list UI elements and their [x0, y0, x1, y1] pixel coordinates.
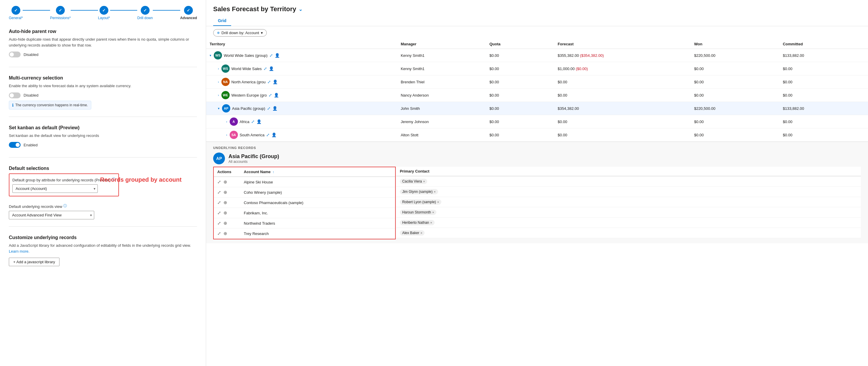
view-field: Default underlying records view ⓘ Accoun… [9, 204, 197, 219]
account-name-cell: Alpine Ski House [240, 177, 395, 187]
forecast-cell: $0.00 [554, 75, 691, 89]
manager-cell: John Smith [397, 102, 486, 115]
user-icon[interactable]: 👤 [273, 80, 278, 84]
group-attribute-highlight-box: Default group by attribute for underlyin… [9, 174, 119, 196]
contact-remove-icon[interactable]: × [434, 190, 435, 193]
territory-cell: ▾ WS World Wide Sales (group) ⤢ 👤 [206, 49, 397, 62]
share-icon[interactable]: ⤢ [266, 132, 270, 137]
more-icon[interactable]: ⊕ [223, 200, 227, 205]
user-icon[interactable]: 👤 [272, 106, 277, 111]
more-icon[interactable]: ⊕ [223, 231, 227, 236]
account-name-cell: Contoso Pharmaceuticals (sample) [240, 197, 395, 208]
contact-remove-icon[interactable]: × [421, 231, 422, 235]
tab-grid[interactable]: Grid [213, 16, 231, 26]
row-actions-cell: ⤢ ⊕ [214, 218, 240, 228]
primary-contact-cell: Robert Lyon (sample) × [396, 197, 861, 207]
step-drilldown[interactable]: ✓ Drill down [137, 6, 153, 20]
drill-down-chevron-icon: ▾ [261, 31, 263, 35]
expand-icon[interactable]: › [218, 67, 219, 70]
open-icon[interactable]: ⤢ [217, 231, 221, 236]
add-javascript-button[interactable]: + Add a javascript library [9, 257, 60, 266]
drill-down-button[interactable]: ⊕ Drill down by: Account ▾ [213, 29, 267, 36]
group-attribute-info-icon[interactable]: ⓘ [112, 177, 116, 182]
open-icon[interactable]: ⤢ [217, 200, 221, 205]
expand-icon[interactable]: › [218, 93, 219, 97]
share-icon[interactable]: ⤢ [267, 80, 271, 84]
customize-title: Customize underlying records [9, 235, 197, 240]
expand-icon[interactable]: ▾ [218, 106, 220, 111]
contact-tag: Haroun Stormonth × [400, 210, 437, 215]
view-select[interactable]: Account Advanced Find View [9, 211, 94, 219]
kanban-toggle-label: Enabled [24, 143, 38, 147]
more-icon[interactable]: ⊕ [223, 220, 227, 226]
group-attribute-select[interactable]: Account (Account) [12, 184, 98, 193]
manager-cell: Kenny Smith1 [397, 62, 486, 75]
col-committed: Committed [779, 39, 868, 49]
contact-remove-icon[interactable]: × [430, 221, 432, 224]
multicurrency-toggle[interactable] [9, 92, 21, 98]
open-icon[interactable]: ⤢ [217, 210, 221, 216]
step-connector-3 [110, 10, 137, 10]
underlying-table-right: Primary Contact Cacilia Viera × Jim Glyn… [396, 167, 861, 238]
step-advanced[interactable]: ✓ Advanced [180, 6, 197, 20]
learn-more-link[interactable]: Learn more. [9, 249, 29, 253]
forecast-row: ▾ AP Asia Pacific (group) ⤢ 👤 John Smith… [206, 102, 868, 115]
user-icon[interactable]: 👤 [269, 66, 274, 71]
row-actions-cell: ⤢ ⊕ [214, 197, 240, 208]
quota-cell: $0.00 [486, 75, 554, 89]
kanban-toggle[interactable] [9, 142, 21, 148]
forecast-row: › WS World Wide Sales ⤢ 👤 Kenny Smith1$0… [206, 62, 868, 75]
user-icon[interactable]: 👤 [274, 93, 279, 97]
territory-name: South America [240, 133, 265, 137]
multicurrency-section: Multi-currency selection Enable the abil… [9, 75, 197, 117]
more-icon[interactable]: ⊕ [223, 190, 227, 195]
expand-icon[interactable]: ▾ [210, 54, 211, 57]
expand-icon[interactable]: › [226, 133, 227, 136]
underlying-row: ⤢ ⊕ Trey Research [214, 228, 395, 239]
open-icon[interactable]: ⤢ [217, 220, 221, 226]
step-connector-1 [23, 10, 50, 10]
step-label-layout: Layout* [98, 16, 110, 20]
forecast-title-chevron-icon[interactable]: ⌄ [299, 6, 302, 12]
autohide-toggle[interactable] [9, 52, 21, 57]
underlying-table-header-right: Primary Contact [396, 167, 861, 176]
share-icon[interactable]: ⤢ [270, 53, 273, 58]
share-icon[interactable]: ⤢ [251, 119, 255, 124]
step-circle-layout: ✓ [99, 6, 108, 15]
user-icon[interactable]: 👤 [272, 132, 277, 137]
group-attribute-label: Default group by attribute for underlyin… [12, 177, 116, 183]
territory-cell: ▾ AP Asia Pacific (group) ⤢ 👤 [206, 102, 397, 115]
share-icon[interactable]: ⤢ [267, 106, 271, 111]
quota-cell: $0.00 [486, 115, 554, 128]
sort-icon[interactable]: ↑ [273, 170, 274, 174]
territory-name: World Wide Sales [231, 66, 262, 71]
territory-cell: › A Africa ⤢ 👤 [206, 115, 397, 128]
share-icon[interactable]: ⤢ [264, 66, 267, 71]
open-icon[interactable]: ⤢ [217, 179, 221, 185]
open-icon[interactable]: ⤢ [217, 190, 221, 195]
expand-icon[interactable]: › [218, 80, 219, 84]
step-general[interactable]: ✓ General* [9, 6, 23, 20]
contact-remove-icon[interactable]: × [432, 211, 434, 214]
contact-name: Heriberto Nathan [402, 220, 429, 225]
forecast-cell: $355,382.00 ($354,382.00) [554, 49, 691, 62]
currency-info-text: The currency conversion happens in real-… [15, 103, 88, 107]
share-icon[interactable]: ⤢ [269, 93, 272, 97]
multicurrency-desc: Enable the ability to view forecast data… [9, 83, 197, 89]
more-icon[interactable]: ⊕ [223, 210, 227, 216]
contact-remove-icon[interactable]: × [437, 200, 439, 204]
user-icon[interactable]: 👤 [275, 53, 280, 58]
more-icon[interactable]: ⊕ [223, 179, 227, 185]
forecast-cell: $354,382.00 [554, 102, 691, 115]
view-info-icon[interactable]: ⓘ [63, 204, 67, 209]
manager-cell: Kenny Smith1 [397, 49, 486, 62]
step-layout[interactable]: ✓ Layout* [98, 6, 110, 20]
col-account-name: Account Name ↑ [240, 167, 395, 177]
committed-cell: $0.00 [779, 62, 868, 75]
user-icon[interactable]: 👤 [256, 119, 261, 124]
step-permissions[interactable]: ✓ Permissions* [50, 6, 71, 20]
contact-remove-icon[interactable]: × [423, 180, 425, 183]
committed-cell: $0.00 [779, 128, 868, 142]
expand-icon[interactable]: › [226, 120, 227, 123]
autohide-desc: Auto-hide duplicate rows that appear dir… [9, 36, 197, 48]
